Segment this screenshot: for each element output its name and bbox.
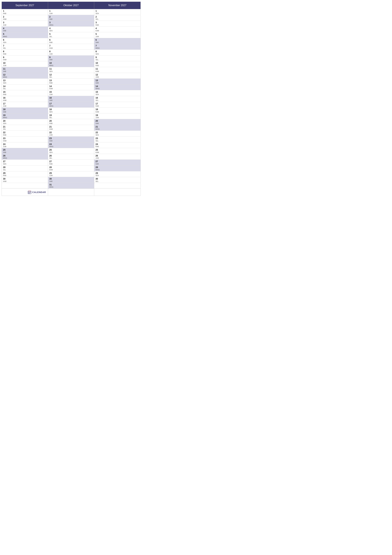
day-cell: 26JUM (94, 154, 141, 160)
day-number: 28 (95, 166, 139, 169)
day-number: 21 (49, 125, 93, 128)
day-name: SEL (95, 59, 139, 61)
day-cell: 3JUM (2, 21, 48, 27)
day-cell: 9SAB (48, 56, 94, 61)
day-number: 26 (49, 154, 93, 157)
day-cell: 11KAM (94, 67, 141, 73)
day-name: JUM (3, 24, 47, 26)
day-name: JUM (49, 175, 93, 176)
day-name: SAB (49, 100, 93, 102)
calendar-icon (28, 190, 31, 194)
svg-rect-8 (29, 193, 30, 193)
day-cell: 1JUM (48, 9, 94, 15)
day-number: 23 (49, 137, 93, 140)
day-cell: 10RAB (94, 61, 141, 67)
day-cell: 18SEN (48, 108, 94, 113)
day-number: 2 (95, 15, 139, 19)
day-name: RAB (3, 13, 47, 15)
day-number: 18 (95, 108, 139, 111)
day-cell: 7SEL (2, 44, 48, 50)
day-cell: 16KAM (2, 96, 48, 102)
day-cell: 16SEL (94, 96, 141, 102)
day-cell: 3MING (48, 21, 94, 27)
day-number: 1 (95, 9, 139, 13)
month-headers: September 2027Oktober 2027November 2027 (2, 2, 141, 9)
day-cell: 15SEN (94, 90, 141, 96)
day-cell: 3RAB (94, 21, 141, 27)
day-name: SEL (49, 36, 93, 38)
day-name: MING (95, 169, 139, 171)
day-cell: 14MING (94, 85, 141, 90)
day-name: SEN (3, 123, 47, 124)
day-cell: 19SEL (48, 113, 94, 119)
day-name: SEL (95, 181, 139, 183)
day-cell: 20SAB (94, 119, 141, 125)
day-number: 19 (95, 114, 139, 117)
day-name: SAB (49, 140, 93, 142)
day-cell: 27SAB (94, 160, 141, 166)
day-name: KAM (49, 169, 93, 171)
day-name: SEL (3, 128, 47, 130)
day-number: 23 (3, 137, 47, 140)
day-name: SEN (3, 163, 47, 165)
day-name: JUM (95, 36, 139, 38)
day-name: MING (3, 157, 47, 159)
day-number: 5 (95, 33, 139, 36)
day-name: KAM (95, 111, 139, 113)
day-name: KAM (95, 152, 139, 153)
day-name: SEN (49, 71, 93, 73)
day-name: KAM (3, 18, 47, 20)
day-name: RAB (95, 146, 139, 148)
day-name: KAM (3, 59, 47, 61)
day-number: 12 (49, 73, 93, 76)
month-header-2: November 2027 (94, 2, 141, 9)
day-cell: 6SEN (2, 38, 48, 44)
day-number: 10 (3, 62, 47, 65)
day-number: 6 (49, 38, 93, 42)
day-name: SAB (49, 59, 93, 61)
day-cell: 8SEN (94, 50, 141, 56)
day-number: 29 (3, 172, 47, 175)
day-cell: 5MING (2, 32, 48, 38)
day-number: 4 (95, 27, 139, 30)
day-cell: 4SAB (2, 27, 48, 32)
day-cell: 2SAB (48, 15, 94, 21)
day-number: 8 (3, 50, 47, 53)
day-number: 8 (49, 50, 93, 53)
day-number: 27 (49, 160, 93, 163)
day-cell: 22RAB (2, 131, 48, 137)
day-cell: 24MING (48, 142, 94, 148)
day-name: MING (95, 47, 139, 49)
day-number: 17 (3, 102, 47, 105)
day-number: 2 (49, 15, 93, 19)
month-header-0: September 2027 (2, 2, 48, 9)
day-cell: 25SEN (48, 148, 94, 154)
day-cell: 7MING (94, 44, 141, 50)
day-name: SEN (3, 82, 47, 84)
day-name: JUM (95, 157, 139, 159)
day-number: 22 (95, 131, 139, 134)
day-cell: 23KAM (2, 137, 48, 142)
month-header-1: Oktober 2027 (48, 2, 94, 9)
day-cell: 9KAM (2, 56, 48, 61)
day-cell: 22SEN (94, 131, 141, 137)
day-name: SEN (95, 134, 139, 136)
day-cell: 25SAB (2, 148, 48, 154)
day-number: 1 (3, 9, 47, 13)
brand-footer: CALENDAR (28, 190, 46, 194)
day-number: 22 (3, 131, 47, 134)
day-cell: 8RAB (2, 50, 48, 56)
day-name: KAM (49, 47, 93, 49)
day-cell: 21MING (94, 125, 141, 131)
day-number: 7 (95, 44, 139, 47)
day-cell: 2SEL (94, 15, 141, 21)
day-name: SAB (95, 42, 139, 44)
day-cell: 17RAB (94, 102, 141, 108)
day-cell: 23SEL (94, 137, 141, 142)
day-name: SEN (95, 53, 139, 55)
day-cell: 9SEL (94, 56, 141, 61)
day-name: JUM (3, 146, 47, 148)
day-name: KAM (3, 140, 47, 142)
day-name: SEN (49, 152, 93, 153)
day-number: 16 (3, 96, 47, 100)
